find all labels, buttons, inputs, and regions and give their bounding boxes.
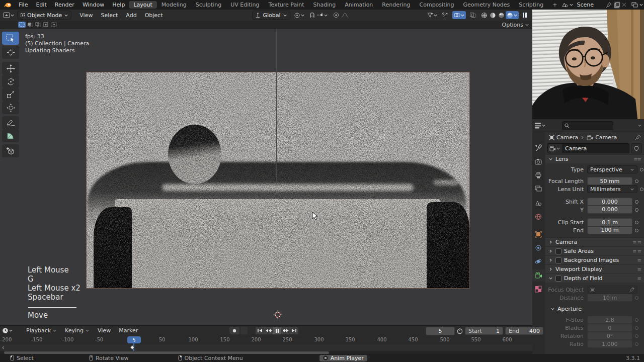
tab-workspace-modeling[interactable]: Modeling [157,1,191,9]
proportional-editing-icon[interactable] [332,11,340,19]
new-scene-icon[interactable] [614,2,620,9]
background-images-checkbox[interactable] [555,257,561,263]
timeline-menu-keying[interactable]: Keying [61,327,94,334]
pin-icon[interactable] [606,2,612,8]
tool-annotate[interactable] [2,116,19,129]
tab-workspace-rendering[interactable]: Rendering [377,1,415,9]
chevron-down-icon[interactable] [639,3,643,7]
tab-workspace-scripting[interactable]: Scripting [514,1,548,9]
datablock-name[interactable]: Camera [562,145,587,152]
tool-measure[interactable] [2,129,19,142]
menu-file[interactable]: File [15,2,32,8]
timeline-menu-marker[interactable]: Marker [115,327,142,334]
tab-workspace-animation[interactable]: Animation [340,1,377,9]
transform-orientation-dropdown[interactable]: Global [252,11,290,20]
gizmos-toggle-icon[interactable] [441,11,450,19]
rotation-field[interactable]: 0° [587,332,632,340]
show-only-render-filter-dropdown[interactable] [426,11,439,19]
blades-field[interactable]: 0 [587,324,632,332]
tool-move[interactable] [2,62,19,75]
animate-dot[interactable] [640,188,643,191]
menu-help[interactable]: Help [108,2,129,8]
panel-background-images-header[interactable]: Background Images ≡ [545,255,644,264]
tab-workspace-layout[interactable]: Layout [129,1,156,9]
breadcrumb-data[interactable]: Camera [595,134,617,141]
viewport-menu-add[interactable]: Add [122,12,140,19]
timeline-menu-playback[interactable]: Playback [22,327,61,334]
unlink-scene-icon[interactable] [622,3,626,7]
chevron-down-icon[interactable] [569,3,574,7]
auto-keying-record-button[interactable] [229,327,239,334]
xray-toggle-icon[interactable] [468,11,477,19]
jump-to-start-button[interactable] [256,327,264,334]
animate-dot[interactable] [635,342,638,346]
panel-grip-icon[interactable]: ≡≡ [633,156,641,162]
animate-dot[interactable] [635,200,638,204]
tab-view-layer[interactable] [535,186,542,192]
animate-dot[interactable] [635,208,638,212]
shift-x-field[interactable]: 0.000 [587,198,632,206]
editor-type-button[interactable] [3,12,15,18]
scene-selector[interactable]: Scene [577,2,603,8]
shading-material-icon[interactable] [497,11,506,19]
viewport-3d[interactable]: fps: 33 (5) Collection | Camera Updating… [0,29,532,325]
tab-workspace-geometry-nodes[interactable]: Geometry Nodes [458,1,514,9]
lens-type-dropdown[interactable]: Perspective [587,165,637,173]
render-pause-icon[interactable] [521,11,528,19]
clip-start-field[interactable]: 0.1 m [587,218,632,226]
select-mode-extend-icon[interactable] [26,22,34,28]
add-workspace-button[interactable]: + [548,1,561,9]
tab-render[interactable] [535,158,542,165]
tab-physics[interactable] [535,258,542,265]
panel-grip-icon[interactable]: ≡ [637,257,641,263]
tab-constraints[interactable] [535,244,542,251]
tab-workspace-shading[interactable]: Shading [309,1,341,9]
timeline-ruler[interactable]: -200 -150 -100 -50 50 100 150 200 250 30… [0,335,532,345]
tab-object[interactable] [535,231,542,238]
panel-safe-areas-header[interactable]: Safe Areas ≡ ≡ [545,246,644,255]
clip-end-field[interactable]: 100 m [587,227,632,234]
menu-render[interactable]: Render [51,2,78,8]
anim-player-status-pill[interactable]: Anim Player [319,355,367,361]
tab-workspace-uv-editing[interactable]: UV Editing [226,1,264,9]
tab-world[interactable] [535,213,542,220]
tab-workspace-compositing[interactable]: Compositing [415,1,459,9]
blender-logo-icon[interactable] [4,2,12,8]
pivot-point-dropdown[interactable] [294,12,305,19]
panel-camera-header[interactable]: Camera ≡ ≡ [545,237,644,246]
tab-output[interactable] [535,172,542,178]
viewport-menu-view[interactable]: View [75,12,97,19]
fstop-field[interactable]: 2.8 [587,316,632,324]
timeline-track-area[interactable] [0,344,532,351]
shading-wireframe-icon[interactable] [480,11,489,19]
auto-keying-set-button[interactable] [240,327,248,334]
ratio-field[interactable]: 1.000 [587,340,632,348]
select-mode-invert-icon[interactable] [42,22,50,28]
tool-add-cube[interactable] [2,144,19,157]
tab-tool[interactable] [535,144,542,151]
pause-button[interactable] [273,327,281,334]
focal-length-field[interactable]: 50 mm [587,177,632,185]
timeline-menu-view[interactable]: View [94,327,115,334]
overlays-toggle-icon[interactable] [452,11,466,19]
tool-rotate[interactable] [2,75,19,88]
tab-scene[interactable] [535,200,542,206]
focus-distance-field[interactable]: 10 m [587,294,632,302]
current-frame-field[interactable]: 5 [426,327,455,335]
fake-user-shield-icon[interactable] [631,143,642,153]
panel-viewport-display-header[interactable]: Viewport Display ≡ [545,264,644,274]
snap-magnet-icon[interactable] [309,12,315,19]
next-keyframe-button[interactable] [281,327,290,334]
dof-checkbox[interactable] [555,276,561,282]
panel-list-icons[interactable]: ≡ ≡ [632,239,641,245]
properties-filter-dropdown[interactable] [637,123,642,128]
panel-list-icons[interactable]: ≡ ≡ [632,248,641,254]
panel-grip-icon[interactable]: ≡ [637,276,641,281]
breadcrumb-object[interactable]: Camera [556,134,578,141]
eyedropper-icon[interactable] [629,287,634,293]
options-dropdown[interactable]: Options [502,22,523,28]
timeline-editor-type-button[interactable] [2,327,13,334]
animate-dot[interactable] [635,179,638,183]
select-mode-set-icon[interactable] [18,22,26,28]
view-layer-icon[interactable] [631,2,638,8]
